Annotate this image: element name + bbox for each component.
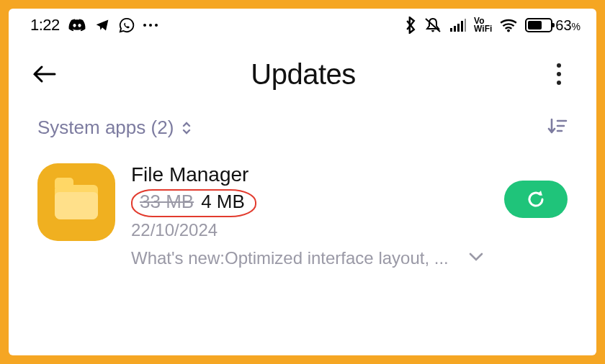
sort-button[interactable] bbox=[547, 117, 568, 139]
whatsapp-icon bbox=[119, 17, 135, 33]
app-info: File Manager 33 MB 4 MB 22/10/2024 What'… bbox=[131, 163, 488, 269]
whatsnew-text: What's new:Optimized interface layout, .… bbox=[131, 248, 449, 268]
app-date: 22/10/2024 bbox=[131, 220, 488, 240]
battery-percent-value: 63 bbox=[555, 17, 571, 33]
chevron-down-icon bbox=[468, 252, 484, 262]
clock: 1:22 bbox=[30, 16, 60, 35]
screen: 1:22 Vo WiFi bbox=[9, 9, 596, 355]
wifi-icon bbox=[499, 18, 518, 32]
vowifi-icon: Vo WiFi bbox=[474, 17, 492, 33]
header: Updates bbox=[9, 42, 596, 106]
refresh-icon bbox=[525, 188, 547, 210]
expand-button[interactable] bbox=[464, 247, 488, 269]
menu-button[interactable] bbox=[547, 63, 570, 85]
status-right: Vo WiFi 63% bbox=[405, 17, 581, 34]
battery-fill bbox=[528, 21, 542, 29]
signal-icon bbox=[449, 18, 467, 32]
telegram-icon bbox=[94, 18, 110, 32]
filter-row: System apps (2) bbox=[9, 106, 596, 146]
size-annotation: 33 MB 4 MB bbox=[131, 189, 256, 217]
svg-rect-2 bbox=[457, 24, 460, 32]
chevron-updown-icon bbox=[181, 120, 192, 136]
status-left: 1:22 bbox=[30, 16, 158, 35]
svg-rect-4 bbox=[465, 19, 466, 32]
battery-indicator: 63% bbox=[525, 17, 581, 34]
battery-icon bbox=[525, 18, 552, 32]
update-button[interactable] bbox=[504, 181, 568, 218]
status-bar: 1:22 Vo WiFi bbox=[9, 9, 596, 42]
discord-icon bbox=[68, 18, 86, 32]
svg-rect-1 bbox=[454, 26, 456, 32]
svg-rect-3 bbox=[461, 21, 463, 32]
more-notifications-icon bbox=[143, 24, 158, 27]
svg-point-5 bbox=[507, 29, 510, 32]
filter-dropdown[interactable]: System apps (2) bbox=[37, 117, 192, 139]
svg-rect-0 bbox=[450, 28, 452, 32]
battery-percent: 63% bbox=[555, 17, 581, 34]
size-new: 4 MB bbox=[201, 191, 245, 213]
back-button[interactable] bbox=[30, 60, 59, 88]
size-old: 33 MB bbox=[140, 191, 194, 213]
bluetooth-icon bbox=[405, 17, 416, 34]
filter-label: System apps (2) bbox=[37, 117, 174, 139]
page-title: Updates bbox=[59, 58, 547, 91]
mute-icon bbox=[424, 17, 442, 34]
vowifi-bottom: WiFi bbox=[474, 25, 492, 33]
app-icon[interactable] bbox=[37, 163, 115, 241]
whatsnew-row: What's new:Optimized interface layout, .… bbox=[131, 247, 488, 269]
app-row: File Manager 33 MB 4 MB 22/10/2024 What'… bbox=[9, 146, 596, 269]
app-name[interactable]: File Manager bbox=[131, 163, 488, 186]
folder-icon bbox=[55, 185, 98, 219]
